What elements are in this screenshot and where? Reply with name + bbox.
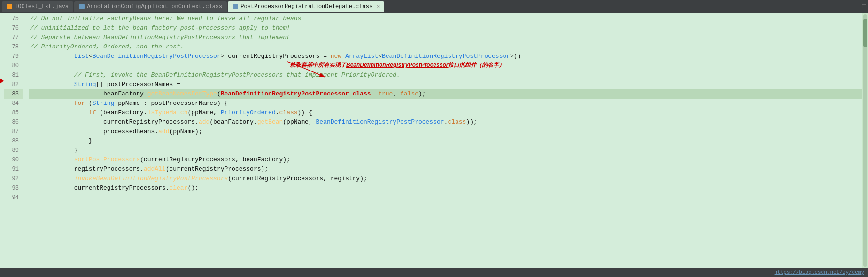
code-line-80: 获取容器中所有实现了BeanDefinitionRegistryPostProc… — [29, 61, 868, 71]
line-num-91: 91 — [4, 165, 23, 174]
line-num-77: 77 — [4, 33, 23, 42]
line-num-88: 88 — [4, 136, 23, 146]
window-controls: — □ — [856, 3, 866, 10]
code-line-84: for (String ppName : postProcessorNames)… — [29, 99, 868, 108]
code-line-79: List<BeanDefinitionRegistryPostProcessor… — [29, 52, 868, 61]
code-line-86: currentRegistryProcessors.add(beanFactor… — [29, 118, 868, 127]
editor-container: IOCTest_Ext.java AnnotationConfigApplica… — [0, 0, 868, 277]
tab-label-postprocessor: PostProcessorRegistrationDelegate.class — [240, 3, 372, 10]
line-num-79: 79 — [4, 52, 23, 61]
status-bar: https://blog.csdn.net/zy/demy — [0, 268, 868, 277]
vertical-scrollbar[interactable] — [862, 13, 868, 268]
line-num-93: 93 — [4, 183, 23, 193]
maximize-icon[interactable]: □ — [862, 3, 866, 10]
line-num-82: 82 — [4, 80, 23, 89]
code-line-94 — [29, 193, 868, 202]
code-line-76: // uninitialized to let the bean factory… — [29, 24, 868, 33]
code-area: 75 76 77 78 79 80 81 82 83 84 85 86 87 8… — [0, 13, 868, 268]
code-line-83: beanFactory.getBeanNamesForType(BeanDefi… — [29, 89, 868, 99]
scrollbar-track-y — [863, 14, 867, 267]
code-line-81: // First, invoke the BeanDefinitionRegis… — [29, 71, 868, 80]
code-line-90: sortPostProcessors(currentRegistryProces… — [29, 155, 868, 165]
tab-label-annotationconfig: AnnotationConfigApplicationContext.class — [87, 3, 222, 10]
scrollbar-thumb-y[interactable] — [863, 19, 867, 47]
class-icon-1 — [79, 4, 85, 9]
annotation-chinese-2: 接口的组件（的名字） — [448, 62, 504, 68]
line-num-90: 90 — [4, 155, 23, 165]
current-line-marker — [0, 78, 4, 84]
line-num-75: 75 — [4, 14, 23, 24]
line-num-84: 84 — [4, 99, 23, 108]
code-line-88: } — [29, 136, 868, 146]
minimize-icon[interactable]: — — [856, 3, 860, 10]
code-lines[interactable]: // Do not initialize FactoryBeans here: … — [27, 13, 868, 268]
annotation-container: 获取容器中所有实现了BeanDefinitionRegistryPostProc… — [245, 60, 504, 70]
status-link[interactable]: https://blog.csdn.net/zy/demy — [775, 269, 864, 275]
left-gutter — [0, 13, 4, 268]
code-line-85: if (beanFactory.isTypeMatch(ppName, Prio… — [29, 108, 868, 118]
line-num-94: 94 — [4, 193, 23, 202]
line-num-92: 92 — [4, 174, 23, 183]
tab-postprocessor[interactable]: PostProcessorRegistrationDelegate.class … — [228, 1, 384, 12]
line-num-86: 86 — [4, 118, 23, 127]
code-content: 75 76 77 78 79 80 81 82 83 84 85 86 87 8… — [0, 13, 868, 268]
tab-close-icon[interactable]: × — [377, 4, 380, 9]
line-num-89: 89 — [4, 146, 23, 155]
code-line-75: // Do not initialize FactoryBeans here: … — [29, 14, 868, 24]
code-line-91: registryProcessors.addAll(currentRegistr… — [29, 165, 868, 174]
line-num-81: 81 — [4, 71, 23, 80]
line-num-87: 87 — [4, 127, 23, 136]
code-line-92: invokeBeanDefinitionRegistryPostProcesso… — [29, 174, 868, 183]
code-line-89: } — [29, 146, 868, 155]
annotation-chinese-1: 获取容器中所有实现了 — [290, 62, 346, 68]
line-num-80: 80 — [4, 61, 23, 71]
tab-bar: IOCTest_Ext.java AnnotationConfigApplica… — [0, 0, 868, 13]
line-num-76: 76 — [4, 24, 23, 33]
line-num-78: 78 — [4, 42, 23, 52]
code-line-82: String[] postProcessorNames = — [29, 80, 868, 89]
code-line-78: // PriorityOrdered, Ordered, and the res… — [29, 42, 868, 52]
tab-annotationconfig[interactable]: AnnotationConfigApplicationContext.class — [74, 1, 227, 12]
annotation-text: 获取容器中所有实现了BeanDefinitionRegistryPostProc… — [290, 60, 504, 70]
tab-label-ioctest: IOCTest_Ext.java — [15, 3, 69, 10]
code-line-87: processedBeans.add(ppName); — [29, 127, 868, 136]
tab-ioctest[interactable]: IOCTest_Ext.java — [2, 1, 73, 12]
annotation-bold-text: BeanDefinitionRegistryPostProcessor — [346, 62, 448, 68]
line-numbers: 75 76 77 78 79 80 81 82 83 84 85 86 87 8… — [4, 13, 27, 268]
class-icon-2 — [232, 4, 238, 9]
code-line-77: // Separate between BeanDefinitionRegist… — [29, 33, 868, 42]
java-icon — [7, 4, 12, 9]
line-num-83: 83 — [4, 89, 23, 99]
code-line-93: currentRegistryProcessors.clear(); — [29, 183, 868, 193]
line-num-85: 85 — [4, 108, 23, 118]
